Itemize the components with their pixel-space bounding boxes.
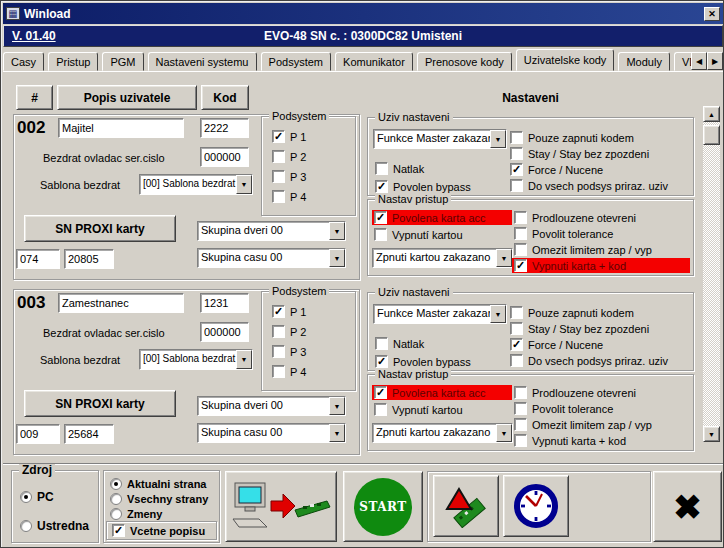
dropdown-arrow-icon[interactable]: ▼ — [496, 424, 512, 442]
user-name-input[interactable] — [58, 118, 184, 138]
card-disarm-checkbox[interactable] — [374, 228, 387, 241]
all-partitions-checkbox[interactable] — [510, 354, 523, 367]
user-code-input[interactable] — [200, 293, 249, 313]
tab-uzivatelske-kody[interactable]: Uzivatelske kody — [516, 49, 615, 71]
vertical-scrollbar[interactable]: ▲ ▼ — [703, 106, 720, 442]
extended-open-checkbox[interactable] — [514, 386, 527, 399]
master-function-select[interactable]: Funkce Master zakazana ▼ — [373, 304, 507, 324]
force-arm-checkbox[interactable]: ✓ — [510, 163, 523, 176]
bypass-row[interactable]: ✓Povolen bypass — [373, 179, 471, 194]
card-plus-code-row[interactable]: Vypnuti karta + kod — [512, 433, 690, 448]
partition-1-checkbox[interactable]: ✓ — [272, 305, 285, 318]
close-button[interactable]: ✖ — [653, 471, 722, 542]
force-arm-row[interactable]: ✓Force / Nucene — [508, 337, 603, 352]
proxi-family-input[interactable] — [16, 424, 60, 444]
duress-checkbox[interactable] — [375, 162, 388, 175]
partition-3-row[interactable]: P 3 — [270, 169, 355, 184]
tolerance-row[interactable]: Povolit tolerance — [512, 401, 613, 416]
duress-row[interactable]: Natlak — [373, 161, 424, 176]
dropdown-arrow-icon[interactable]: ▼ — [329, 424, 345, 442]
stay-arm-row[interactable]: Stay / Stay bez zpozdeni — [508, 321, 649, 336]
master-function-select[interactable]: Funkce Master zakazana ▼ — [373, 129, 507, 149]
current-page-radio-row[interactable]: Aktualni strana — [110, 478, 206, 490]
include-description-row[interactable]: ✓Vcetne popisu — [106, 521, 217, 540]
dropdown-arrow-icon[interactable]: ▼ — [329, 397, 345, 415]
arm-code-only-row[interactable]: Pouze zapnuti kodem — [508, 130, 634, 145]
extended-open-row[interactable]: Prodlouzene otevreni — [512, 385, 690, 400]
force-arm-row[interactable]: ✓Force / Nucene — [508, 162, 603, 177]
tab-podsystem[interactable]: Podsystem — [261, 52, 331, 71]
card-disarm-row[interactable]: Vypnutí kartou — [372, 227, 463, 242]
all-pages-radio[interactable] — [110, 493, 122, 505]
wireless-serial-input[interactable] — [200, 147, 249, 167]
stay-arm-checkbox[interactable] — [510, 147, 523, 160]
partition-4-row[interactable]: P 4 — [270, 364, 355, 379]
all-partitions-checkbox[interactable] — [510, 179, 523, 192]
proxi-family-input[interactable] — [16, 249, 60, 269]
user-name-input[interactable] — [58, 293, 184, 313]
partition-1-row[interactable]: ✓P 1 — [270, 129, 355, 144]
arm-code-only-row[interactable]: Pouze zapnuti kodem — [508, 305, 634, 320]
card-disarm-checkbox[interactable] — [374, 403, 387, 416]
card-arming-select[interactable]: Zpnuti kartou zakazano ▼ — [372, 248, 513, 268]
source-panel-radio[interactable] — [20, 520, 32, 532]
dropdown-arrow-icon[interactable]: ▼ — [236, 175, 252, 194]
all-pages-radio-row[interactable]: Vsechny strany — [110, 493, 208, 505]
user-code-input[interactable] — [200, 118, 249, 138]
all-partitions-row[interactable]: Do vsech podsys priraz. uziv — [508, 178, 668, 193]
card-enabled-row[interactable]: ✓Povolena karta acc — [372, 210, 512, 225]
wireless-template-select[interactable]: [00] Sablona bezdrat 01 ▼ — [139, 174, 253, 195]
dropdown-arrow-icon[interactable]: ▼ — [236, 350, 252, 369]
limit-checkbox[interactable] — [514, 243, 527, 256]
tolerance-checkbox[interactable] — [514, 227, 527, 240]
source-pc-radio[interactable] — [20, 491, 32, 503]
dropdown-arrow-icon[interactable]: ▼ — [329, 222, 345, 240]
partition-4-checkbox[interactable] — [272, 190, 285, 203]
card-plus-code-checkbox[interactable]: ✓ — [514, 259, 527, 272]
partition-2-row[interactable]: P 2 — [270, 324, 355, 339]
tab-prenosove-kody[interactable]: Prenosove kody — [417, 52, 512, 71]
changes-radio-row[interactable]: Zmeny — [110, 508, 162, 520]
partition-3-checkbox[interactable] — [272, 170, 285, 183]
card-enabled-row[interactable]: ✓Povolena karta acc — [372, 385, 512, 400]
partition-4-row[interactable]: P 4 — [270, 189, 355, 204]
partition-2-checkbox[interactable] — [272, 150, 285, 163]
bypass-checkbox[interactable]: ✓ — [375, 180, 388, 193]
partition-2-checkbox[interactable] — [272, 325, 285, 338]
column-number-button[interactable]: # — [16, 85, 53, 110]
scrollbar-thumb[interactable] — [703, 125, 720, 145]
scroll-up-icon[interactable]: ▲ — [703, 106, 720, 122]
partition-3-checkbox[interactable] — [272, 345, 285, 358]
bypass-row[interactable]: ✓Povolen bypass — [373, 354, 471, 369]
proxi-serial-input[interactable] — [64, 424, 114, 444]
force-arm-checkbox[interactable]: ✓ — [510, 338, 523, 351]
partition-4-checkbox[interactable] — [272, 365, 285, 378]
card-plus-code-row[interactable]: ✓Vypnuti karta + kod — [512, 258, 690, 273]
tab-nastaveni-systemu[interactable]: Nastaveni systemu — [148, 52, 257, 71]
source-pc-radio-row[interactable]: PC — [20, 490, 54, 504]
sn-proxi-button[interactable]: SN PROXI karty — [24, 215, 176, 242]
partition-1-checkbox[interactable]: ✓ — [272, 130, 285, 143]
panel-alert-button[interactable] — [433, 475, 499, 537]
card-enabled-checkbox[interactable]: ✓ — [374, 386, 387, 399]
door-group-select[interactable]: Skupina dveri 00 ▼ — [197, 221, 346, 241]
proxi-serial-input[interactable] — [64, 249, 114, 269]
tab-komunikator[interactable]: Komunikator — [335, 52, 413, 71]
clock-button[interactable] — [503, 475, 569, 537]
dropdown-arrow-icon[interactable]: ▼ — [490, 305, 506, 323]
tab-casy[interactable]: Casy — [3, 52, 44, 71]
wireless-serial-input[interactable] — [200, 322, 249, 342]
current-page-radio[interactable] — [110, 478, 122, 490]
column-description-button[interactable]: Popis uzivatele — [57, 85, 197, 110]
card-arming-select[interactable]: Zpnuti kartou zakazano ▼ — [372, 423, 513, 443]
arm-code-only-checkbox[interactable] — [510, 306, 523, 319]
tab-pristup[interactable]: Pristup — [48, 52, 98, 71]
time-group-select[interactable]: Skupina casu 00 ▼ — [197, 248, 346, 268]
card-disarm-row[interactable]: Vypnutí kartou — [372, 402, 463, 417]
dropdown-arrow-icon[interactable]: ▼ — [490, 130, 506, 148]
limit-checkbox[interactable] — [514, 418, 527, 431]
tab-scroll-left-icon[interactable]: ◀ — [691, 52, 707, 70]
pc-to-panel-button[interactable] — [225, 471, 337, 542]
all-partitions-row[interactable]: Do vsech podsys priraz. uziv — [508, 353, 668, 368]
arm-code-only-checkbox[interactable] — [510, 131, 523, 144]
